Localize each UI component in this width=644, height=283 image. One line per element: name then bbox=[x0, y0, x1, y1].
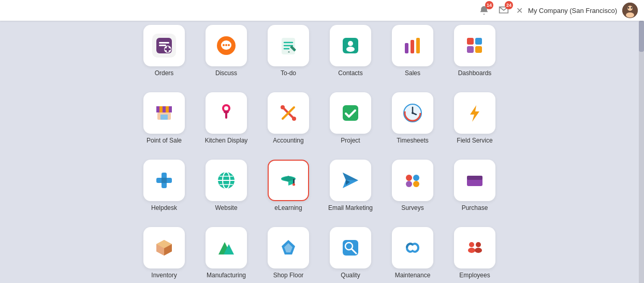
svg-rect-32 bbox=[475, 46, 482, 53]
app-icon-dashboards bbox=[454, 25, 495, 66]
svg-point-72 bbox=[406, 181, 412, 187]
app-item-accounting[interactable]: Accounting bbox=[260, 87, 317, 149]
svg-point-73 bbox=[413, 181, 419, 187]
app-label-inventory: Inventory bbox=[151, 272, 177, 280]
app-icon-inventory bbox=[143, 227, 185, 268]
app-item-orders[interactable]: Orders bbox=[136, 21, 193, 82]
app-item-inventory[interactable]: Inventory bbox=[136, 222, 193, 283]
app-item-todo[interactable]: To-do bbox=[260, 21, 317, 82]
svg-point-52 bbox=[412, 112, 414, 114]
app-icon-timesheets bbox=[392, 92, 433, 134]
app-item-point-of-sale[interactable]: Point of Sale bbox=[136, 87, 193, 149]
svg-point-66 bbox=[292, 183, 295, 186]
app-icon-shop-floor bbox=[268, 227, 309, 268]
notifications-badge: 14 bbox=[485, 1, 493, 9]
svg-point-14 bbox=[223, 44, 225, 46]
app-icon-contacts bbox=[330, 25, 371, 66]
app-item-shop-floor[interactable]: Shop Floor bbox=[260, 222, 317, 283]
app-item-surveys[interactable]: Surveys bbox=[384, 154, 441, 217]
app-item-maintenance[interactable]: Maintenance bbox=[384, 222, 441, 283]
svg-point-16 bbox=[228, 44, 230, 46]
app-label-sales: Sales bbox=[405, 69, 420, 78]
svg-rect-38 bbox=[160, 115, 168, 120]
svg-rect-11 bbox=[165, 48, 171, 50]
svg-marker-68 bbox=[343, 173, 358, 180]
svg-point-3 bbox=[628, 7, 630, 9]
app-icon-kitchen-display bbox=[206, 92, 247, 134]
svg-rect-7 bbox=[159, 42, 169, 44]
app-item-purchase[interactable]: Purchase bbox=[446, 154, 503, 217]
app-icon-orders bbox=[143, 25, 185, 66]
app-item-employees[interactable]: Employees bbox=[446, 222, 503, 283]
svg-point-42 bbox=[224, 106, 228, 110]
app-label-maintenance: Maintenance bbox=[395, 272, 431, 280]
svg-point-2 bbox=[626, 12, 634, 18]
app-item-timesheets[interactable]: Timesheets bbox=[384, 87, 441, 149]
svg-point-46 bbox=[292, 117, 296, 121]
app-label-purchase: Purchase bbox=[462, 204, 488, 213]
app-item-discuss[interactable]: Discuss bbox=[198, 21, 255, 82]
app-icon-helpdesk bbox=[143, 160, 185, 201]
app-label-shop-floor: Shop Floor bbox=[273, 272, 304, 280]
scrollbar-thumb[interactable] bbox=[639, 21, 644, 52]
app-label-todo: To-do bbox=[281, 69, 296, 78]
svg-rect-36 bbox=[169, 106, 172, 112]
scrollbar[interactable] bbox=[639, 21, 644, 283]
company-selector[interactable]: My Company (San Francisco) bbox=[528, 7, 617, 15]
svg-rect-27 bbox=[411, 40, 414, 53]
app-label-employees: Employees bbox=[459, 272, 490, 280]
app-item-helpdesk[interactable]: Helpdesk bbox=[136, 154, 193, 217]
svg-rect-31 bbox=[467, 46, 474, 53]
app-item-kitchen-display[interactable]: Kitchen Display bbox=[198, 87, 255, 149]
app-label-orders: Orders bbox=[155, 69, 174, 78]
app-label-helpdesk: Helpdesk bbox=[151, 204, 177, 213]
app-label-project: Project bbox=[341, 137, 360, 145]
app-item-elearning[interactable]: eLearning bbox=[260, 154, 317, 217]
app-item-sales[interactable]: Sales bbox=[384, 21, 441, 82]
app-icon-email-marketing bbox=[330, 160, 371, 201]
svg-point-87 bbox=[469, 242, 474, 247]
app-icon-quality bbox=[330, 227, 371, 268]
svg-rect-29 bbox=[467, 38, 474, 45]
app-icon-field-service bbox=[454, 92, 495, 134]
app-label-website: Website bbox=[215, 204, 237, 213]
avatar[interactable] bbox=[622, 3, 638, 18]
notifications-button[interactable]: 14 bbox=[477, 3, 491, 18]
app-icon-sales bbox=[392, 25, 433, 66]
app-icon-surveys bbox=[392, 160, 433, 201]
svg-point-88 bbox=[468, 248, 475, 253]
app-icon-maintenance bbox=[392, 227, 433, 268]
app-label-kitchen-display: Kitchen Display bbox=[205, 137, 248, 145]
app-item-email-marketing[interactable]: Email Marketing bbox=[322, 154, 379, 217]
app-icon-website bbox=[206, 160, 247, 201]
svg-point-89 bbox=[476, 242, 481, 247]
svg-point-4 bbox=[631, 7, 633, 9]
topbar: 14 24 ✕ My Company (San Francisco) bbox=[0, 0, 644, 21]
app-icon-elearning bbox=[268, 160, 309, 201]
app-item-project[interactable]: Project bbox=[322, 87, 379, 149]
svg-point-25 bbox=[346, 47, 355, 52]
messages-button[interactable]: 24 bbox=[496, 3, 511, 18]
app-label-dashboards: Dashboards bbox=[458, 69, 492, 78]
app-item-website[interactable]: Website bbox=[198, 154, 255, 217]
svg-rect-41 bbox=[225, 112, 227, 119]
app-label-timesheets: Timesheets bbox=[397, 137, 429, 145]
app-icon-point-of-sale bbox=[143, 92, 185, 134]
svg-rect-8 bbox=[159, 45, 166, 46]
app-icon-accounting bbox=[268, 92, 309, 134]
app-label-elearning: eLearning bbox=[274, 204, 302, 213]
svg-point-24 bbox=[348, 41, 353, 46]
messages-badge: 24 bbox=[505, 1, 513, 9]
app-label-point-of-sale: Point of Sale bbox=[147, 137, 182, 145]
app-item-field-service[interactable]: Field Service bbox=[446, 87, 503, 149]
app-icon-manufacturing bbox=[206, 227, 247, 268]
app-item-dashboards[interactable]: Dashboards bbox=[446, 21, 503, 82]
svg-rect-75 bbox=[467, 176, 482, 180]
app-icon-purchase bbox=[454, 160, 495, 201]
app-item-manufacturing[interactable]: Manufacturing bbox=[198, 222, 255, 283]
app-item-contacts[interactable]: Contacts bbox=[322, 21, 379, 82]
app-item-quality[interactable]: Quality bbox=[322, 222, 379, 283]
svg-rect-34 bbox=[156, 106, 159, 112]
company-name: My Company (San Francisco) bbox=[528, 7, 617, 15]
app-label-contacts: Contacts bbox=[338, 69, 362, 78]
